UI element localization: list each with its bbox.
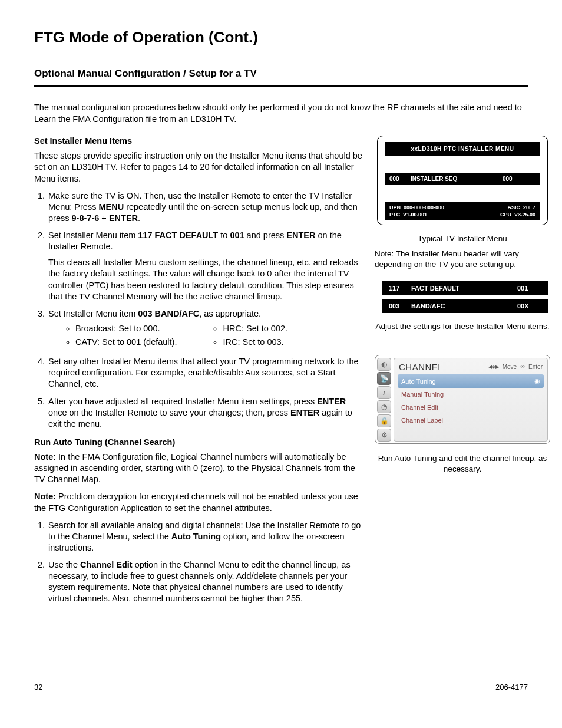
bullet-item: Broadcast: Set to 000. <box>75 323 177 334</box>
ordered-list: Search for all available analog and digi… <box>34 520 364 605</box>
menu-code: 003 <box>389 302 405 309</box>
caption: Run Auto Tuning and edit the channel lin… <box>375 453 550 475</box>
panel-header: xxLD310H PTC INSTALLER MENU <box>385 142 540 156</box>
setting-bar: 117 FACT DEFAULT 001 <box>382 281 548 295</box>
channel-title: CHANNEL <box>399 362 485 372</box>
time-icon: ◔ <box>377 400 391 413</box>
section-title: Optional Manual Configuration / Setup fo… <box>34 68 528 80</box>
menu-code: 117 <box>389 285 405 292</box>
footer: 32 206-4177 <box>34 683 528 691</box>
bullet-list: HRC: Set to 002. IRC: Set to 003. <box>212 323 287 350</box>
sub-paragraph: This clears all Installer Menu custom se… <box>48 257 364 302</box>
enter-icon: ⦿ <box>520 364 525 370</box>
menu-code: 000 <box>389 176 406 182</box>
right-column: xxLD310H PTC INSTALLER MENU 000 INSTALLE… <box>375 136 550 611</box>
list-item: After you have adjusted all required Ins… <box>47 396 364 430</box>
divider <box>375 344 550 344</box>
page-number: 32 <box>34 683 42 691</box>
note-text: Note: Pro:Idiom decryption for encrypted… <box>34 491 364 513</box>
menu-value: 00X <box>517 302 541 309</box>
left-column: Set Installer Menu Items These steps pro… <box>34 136 364 611</box>
menu-label: BAND/AFC <box>411 302 511 309</box>
audio-icon: ♪ <box>377 386 391 399</box>
menu-label: INSTALLER SEQ <box>411 176 498 182</box>
note-text: Note: In the FMA Conﬁguration ﬁle, Logic… <box>34 452 364 485</box>
bullet-item: CATV: Set to 001 (default). <box>75 337 177 348</box>
list-item: Set any other Installer Menu items that … <box>47 356 364 390</box>
channel-icon: 📡 <box>377 372 391 385</box>
note-text: Note: The Installer Menu header will var… <box>375 249 550 269</box>
bullet-item: HRC: Set to 002. <box>223 323 287 334</box>
bullet-item: IRC: Set to 003. <box>223 337 287 348</box>
menu-value: 000 <box>503 176 535 182</box>
subheading: Run Auto Tuning (Channel Search) <box>34 437 364 448</box>
list-item: Use the Channel Edit option in the Chann… <box>47 559 364 605</box>
divider <box>34 85 528 87</box>
installer-menu-panel: xxLD310H PTC INSTALLER MENU 000 INSTALLE… <box>377 136 548 225</box>
enter-hint: Enter <box>528 364 543 370</box>
lock-icon: 🔒 <box>377 414 391 427</box>
caption: Adjust the settings for these Installer … <box>375 321 550 332</box>
picture-icon: ◐ <box>377 358 391 371</box>
radio-icon: ◉ <box>534 377 540 385</box>
body-text: These steps provide speciﬁc instruction … <box>34 150 364 184</box>
list-item: Make sure the TV is ON. Then, use the In… <box>47 190 364 224</box>
intro-text: The manual configuration procedures belo… <box>34 102 528 125</box>
channel-body: CHANNEL ◀◈▶ Move ⦿ Enter Auto Tuning ◉ M… <box>394 358 548 442</box>
panel-footer: UPN 000-000-000-000 PTC V1.00.001 ASIC 2… <box>385 202 540 220</box>
doc-number: 206-4177 <box>495 683 528 691</box>
channel-item[interactable]: Manual Tuning <box>398 388 544 401</box>
menu-label: FACT DEFAULT <box>411 285 511 292</box>
subheading: Set Installer Menu Items <box>34 136 364 147</box>
channel-menu: ◐ 📡 ♪ ◔ 🔒 ⚙ CHANNEL ◀◈▶ Move ⦿ Enter <box>375 355 550 444</box>
page-title: FTG Mode of Operation (Cont.) <box>34 28 528 47</box>
list-item: Set Installer Menu item 117 FACT DEFAULT… <box>47 230 364 302</box>
list-item: Set Installer Menu item 003 BAND/AFC, as… <box>47 308 364 350</box>
move-hint: Move <box>503 364 517 370</box>
channel-item[interactable]: Auto Tuning ◉ <box>398 374 544 388</box>
setting-bar: 003 BAND/AFC 00X <box>382 299 548 313</box>
channel-item[interactable]: Channel Label <box>398 414 544 427</box>
move-icon: ◀◈▶ <box>488 364 499 370</box>
list-item: Search for all available analog and digi… <box>47 520 364 554</box>
bullet-list: Broadcast: Set to 000. CATV: Set to 001 … <box>65 323 177 350</box>
menu-icon-strip: ◐ 📡 ♪ ◔ 🔒 ⚙ <box>377 358 391 442</box>
ordered-list: Make sure the TV is ON. Then, use the In… <box>34 190 364 430</box>
channel-item[interactable]: Channel Edit <box>398 401 544 414</box>
panel-row: 000 INSTALLER SEQ 000 <box>385 173 540 185</box>
option-icon: ⚙ <box>377 429 391 442</box>
menu-value: 001 <box>517 285 541 292</box>
caption: Typical TV Installer Menu <box>375 233 550 244</box>
